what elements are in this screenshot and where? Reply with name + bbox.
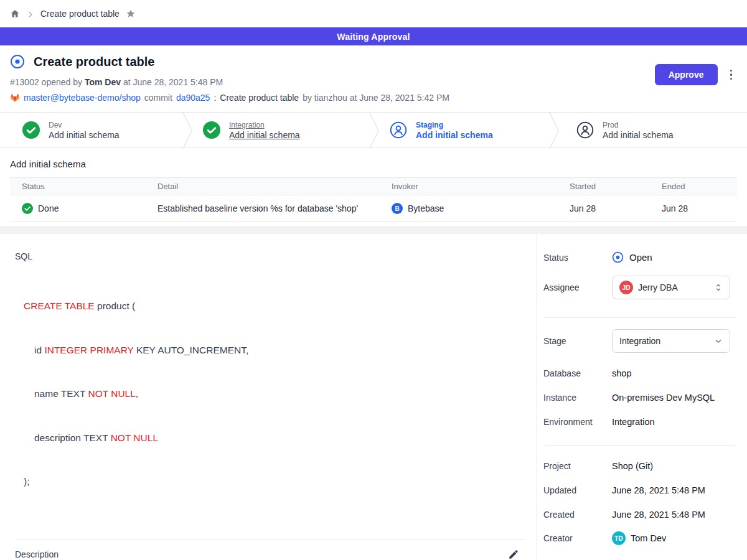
status-value: Open [612,251,652,263]
stage-task-label: Add initial schema [229,130,300,140]
edit-description-icon[interactable] [508,549,519,560]
star-icon[interactable] [126,9,136,19]
commit-line: master@bytebase-demo/shop commit da90a25… [10,93,737,103]
instance-label: Instance [543,393,612,403]
table-row: Done Established baseline version %s for… [10,195,737,222]
breadcrumb-current: Create product table [40,9,120,19]
divider [543,317,736,318]
sql-keyword: NOT NULL [88,388,135,399]
page-title: Create product table [34,55,154,69]
assignee-label: Assignee [543,282,612,292]
environment-label: Environment [543,417,612,427]
assignee-value: Jerry DBA [638,282,708,292]
pipeline-stage-integration[interactable]: Integration Add initial schema [187,113,374,147]
project-label: Project [543,461,612,471]
creator-name: Tom Dev [631,533,666,543]
open-status-icon [612,251,624,263]
created-value: June 28, 2021 5:48 PM [612,510,705,520]
chevron-right-icon [26,10,34,18]
col-status: Status [10,178,146,195]
issue-author: Tom Dev [85,77,121,87]
approve-button[interactable]: Approve [655,64,718,85]
sql-label: SQL [15,251,525,261]
status-banner-text: Waiting Approval [337,32,410,42]
task-detail: Established baseline version %s for data… [157,203,358,213]
stage-done-icon [203,121,220,139]
stage-separator [369,113,379,149]
sql-text: KEY AUTO_INCREMENT, [134,345,249,355]
commit-word: commit [144,93,172,103]
issue-id-text: #13002 opened by [10,77,82,87]
issue-open-icon [10,54,25,69]
sql-text: name TEXT [34,388,88,399]
description-label: Description [15,549,59,559]
issue-meta: #13002 opened by Tom Dev at June 28, 202… [10,77,737,87]
issue-opened-at: at June 28, 2021 5:48 PM [123,77,223,87]
divider [543,445,736,446]
task-table: Status Detail Invoker Started Ended Done… [10,177,737,222]
environment-value: Integration [612,417,655,427]
main-panel: SQL CREATE TABLE product ( id INTEGER PR… [0,234,537,560]
stage-env-label: Prod [603,121,674,129]
task-ended: Jun 28 [662,203,688,213]
stage-task-label: Add initial schema [49,130,120,140]
sql-code: CREATE TABLE product ( id INTEGER PRIMAR… [15,269,525,518]
status-banner: Waiting Approval [0,27,747,45]
col-detail: Detail [146,178,380,195]
pipeline: Dev Add initial schema Integration Add i… [0,112,747,148]
assignee-avatar: JD [619,281,633,294]
stage-task-label: Add initial schema [416,130,493,140]
sql-text: , [136,388,138,399]
branch-link[interactable]: master@bytebase-demo/shop [24,93,141,103]
more-menu-icon[interactable] [728,67,735,83]
sql-keyword: NOT NULL [111,432,158,443]
issue-header: Create product table #13002 opened by To… [0,45,747,103]
col-ended: Ended [650,178,736,195]
updated-label: Updated [543,485,612,495]
stage-env-label: Staging [416,121,493,129]
status-label: Status [543,253,612,263]
sql-keyword: CREATE TABLE [24,301,95,311]
creator-value: TD Tom Dev [612,531,666,545]
sql-keyword: INTEGER PRIMARY [44,345,133,355]
stage-env-label: Dev [49,121,120,129]
stage-separator [549,113,559,149]
status-text: Open [629,252,652,263]
task-started: Jun 28 [570,203,596,213]
home-icon[interactable] [10,9,20,19]
updown-chevron-icon [713,282,723,292]
task-section-heading: Add initial schema [10,159,737,169]
pipeline-stage-dev[interactable]: Dev Add initial schema [0,113,187,147]
pipeline-stage-staging[interactable]: Staging Add initial schema [374,113,560,147]
breadcrumb: Create product table [0,0,747,27]
col-invoker: Invoker [380,178,558,195]
updated-value: June 28, 2021 5:48 PM [612,485,705,495]
commit-by: by tianzhou at June 28, 2021 5:42 PM [303,93,449,103]
stage-approval-icon [390,121,407,139]
stage-select[interactable]: Integration [612,329,730,353]
creator-avatar: TD [612,531,626,545]
task-table-header: Status Detail Invoker Started Ended [10,178,737,195]
invoker-avatar: B [392,203,403,214]
project-value: Shop (Git) [612,461,653,471]
stage-separator [182,113,192,149]
pipeline-stage-prod[interactable]: Prod Add initial schema [560,113,747,147]
commit-colon: : [214,93,216,103]
assignee-select[interactable]: JD Jerry DBA [612,276,730,299]
stage-env-label: Integration [229,121,300,129]
task-invoker: Bytebase [408,203,444,213]
database-label: Database [543,368,612,378]
creator-label: Creator [543,533,612,543]
task-status: Done [38,203,59,213]
created-label: Created [543,510,612,520]
database-value: shop [612,368,631,378]
commit-hash-link[interactable]: da90a25 [176,93,210,103]
commit-message: Create product table [220,93,299,103]
stage-task-label: Add initial schema [603,130,674,140]
sql-text: id [34,345,44,355]
section-separator [0,226,747,234]
issue-sidebar: Status Open Assignee JD Jerry DBA Stage [537,234,747,560]
col-started: Started [558,178,650,195]
gitlab-icon [10,93,20,103]
chevron-down-icon [713,336,723,346]
